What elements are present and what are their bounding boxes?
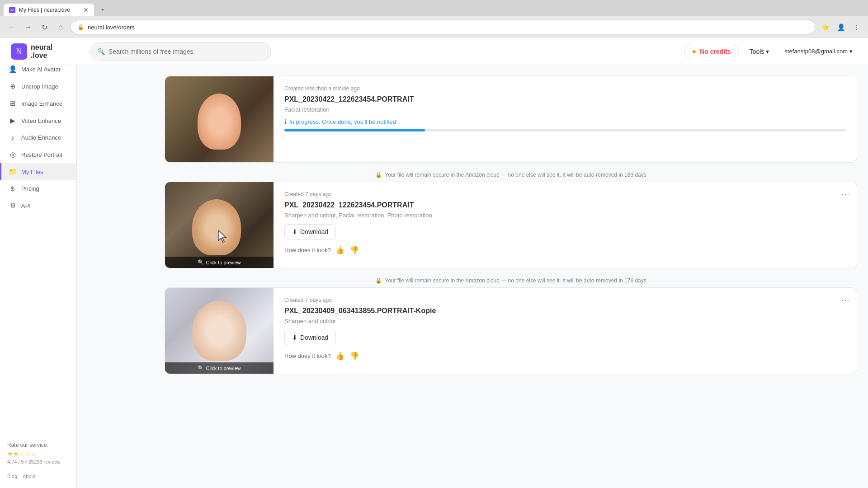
- audio-enhance-icon: ♪: [9, 134, 17, 141]
- restore-portrait-icon: ◎: [9, 150, 17, 159]
- user-menu-chevron-icon: ▾: [849, 48, 853, 55]
- sidebar-item-video-enhance[interactable]: ▶ Video Enhance: [0, 112, 76, 129]
- sidebar-item-label: Video Enhance: [21, 117, 61, 124]
- thumbs-up-btn-2[interactable]: 👍: [335, 245, 345, 255]
- image-enhance-icon: ⊞: [9, 99, 17, 108]
- file-header-2: Created 7 days ago: [284, 191, 846, 197]
- file-name-1: PXL_20230422_122623454.PORTRAIT: [284, 95, 846, 103]
- info-icon: ℹ: [284, 118, 287, 125]
- more-options-btn-3[interactable]: ⋯: [841, 295, 849, 305]
- progress-bar-bg: [284, 129, 846, 131]
- file-image-2[interactable]: 🔍 Click to preview: [165, 182, 274, 268]
- api-icon: ⚙: [9, 202, 17, 210]
- lock-security-icon-2: 🔒: [375, 277, 382, 284]
- download-btn-3[interactable]: ⬇ Download: [284, 330, 336, 345]
- download-btn-2[interactable]: ⬇ Download: [284, 224, 336, 239]
- logo-text: neural .love: [31, 43, 52, 59]
- star-rating[interactable]: ★★☆☆☆: [7, 450, 69, 457]
- file-image-1[interactable]: [165, 76, 274, 162]
- pricing-icon: $: [9, 185, 17, 192]
- sidebar-item-label: Audio Enhance: [21, 134, 61, 141]
- thumbs-up-btn-3[interactable]: 👍: [335, 351, 345, 361]
- lock-icon: 🔒: [77, 24, 84, 30]
- download-icon-3: ⬇: [292, 334, 297, 341]
- app-container: ✦ AI Art Generator 👤 Make AI Avatar ⊕ Un…: [0, 38, 868, 488]
- home-btn[interactable]: ⌂: [54, 21, 67, 33]
- file-content-3: Created 7 days ago PXL_20230409_06341385…: [274, 288, 857, 374]
- new-tab-btn[interactable]: +: [96, 4, 110, 16]
- user-menu[interactable]: stefanstp08@gmail.com ▾: [780, 45, 857, 58]
- download-label-2: Download: [300, 228, 328, 235]
- file-image-3[interactable]: 🔍 Click to preview: [165, 288, 274, 374]
- search-input[interactable]: [108, 48, 264, 55]
- url-input[interactable]: [88, 24, 809, 31]
- sidebar-item-label: My Files: [21, 169, 43, 175]
- search-preview-icon: 🔍: [198, 259, 204, 265]
- sidebar-item-restore-portrait[interactable]: ◎ Restore Portrait: [0, 146, 76, 163]
- download-icon-2: ⬇: [292, 228, 297, 235]
- extensions-btn[interactable]: ⭐: [819, 21, 832, 33]
- click-preview-text-3: Click to preview: [206, 366, 241, 371]
- more-options-btn-2[interactable]: ⋯: [841, 189, 849, 199]
- security-text-1: Your file will remain secure in the Amaz…: [385, 172, 646, 178]
- file-tags-2: Sharpen and unblur, Facial restoration, …: [284, 212, 846, 219]
- lock-security-icon: 🔒: [375, 172, 382, 178]
- click-preview-text: Click to preview: [206, 260, 241, 265]
- image-preview-1: [165, 76, 274, 162]
- about-link[interactable]: About: [23, 474, 36, 479]
- profile-btn[interactable]: 👤: [835, 21, 847, 33]
- file-header-1: Created less than a minute ago: [284, 85, 846, 92]
- search-bar[interactable]: 🔍: [90, 42, 271, 61]
- file-created-3: Created 7 days ago: [284, 297, 332, 303]
- tools-menu[interactable]: Tools ▾: [744, 45, 775, 58]
- feedback-row-3: How does it look? 👍 👎: [284, 351, 846, 361]
- logo[interactable]: N neural .love: [11, 43, 83, 60]
- sidebar-item-audio-enhance[interactable]: ♪ Audio Enhance: [0, 129, 76, 146]
- file-created-1: Created less than a minute ago: [284, 85, 360, 92]
- browser-chrome: N My Files | neural.love ✕ + ← → ↻ ⌂ 🔒 ⭐…: [0, 0, 868, 38]
- credits-label: No credits: [700, 48, 731, 55]
- progress-bar-fill: [284, 129, 425, 131]
- file-tags-1: Facial restoration: [284, 106, 846, 113]
- blog-link[interactable]: Blog: [7, 474, 17, 479]
- header-actions: ● No credits Tools ▾ stefanstp08@gmail.c…: [684, 44, 857, 59]
- sidebar-item-label: Make AI Avatar: [21, 66, 61, 73]
- file-item-2: 🔍 Click to preview Created 7 days ago PX…: [165, 182, 857, 268]
- sidebar-item-label: Pricing: [21, 185, 39, 192]
- tab-close-btn[interactable]: ✕: [83, 6, 89, 14]
- browser-tabs: N My Files | neural.love ✕ +: [0, 0, 868, 16]
- sidebar-item-label: Uncrop Image: [21, 83, 58, 90]
- in-progress-text: ℹ In progress. Once done, you'll be noti…: [284, 118, 846, 125]
- file-content-1: Created less than a minute ago PXL_20230…: [274, 76, 857, 162]
- address-bar[interactable]: 🔒: [71, 20, 816, 34]
- main-content: Created less than a minute ago PXL_20230…: [154, 65, 868, 488]
- file-item: Created less than a minute ago PXL_20230…: [165, 76, 857, 163]
- click-preview-overlay: 🔍 Click to preview: [165, 257, 274, 268]
- security-note-2: 🔒 Your file will remain secure in the Am…: [165, 274, 857, 287]
- thumbs-down-btn-2[interactable]: 👎: [349, 245, 360, 255]
- tab-favicon: N: [9, 7, 15, 13]
- sidebar-item-image-enhance[interactable]: ⊞ Image Enhance: [0, 95, 76, 112]
- reload-btn[interactable]: ↻: [38, 21, 51, 33]
- sidebar-item-my-files[interactable]: 📁 My Files: [0, 163, 76, 180]
- settings-btn[interactable]: ⋮: [850, 21, 863, 33]
- rate-service-label: Rate our service:: [7, 442, 69, 448]
- search-preview-icon-3: 🔍: [198, 365, 204, 371]
- sidebar-item-api[interactable]: ⚙ API: [0, 197, 76, 214]
- thumbs-down-btn-3[interactable]: 👎: [349, 351, 360, 361]
- file-created-2: Created 7 days ago: [284, 191, 332, 197]
- tab-label: My Files | neural.love: [19, 7, 70, 13]
- back-btn[interactable]: ←: [5, 21, 18, 33]
- feedback-row-2: How does it look? 👍 👎: [284, 245, 846, 255]
- forward-btn[interactable]: →: [22, 21, 34, 33]
- credits-button[interactable]: ● No credits: [684, 44, 739, 59]
- sidebar-item-uncrop[interactable]: ⊕ Uncrop Image: [0, 78, 76, 95]
- logo-icon: N: [11, 43, 27, 60]
- user-email: stefanstp08@gmail.com: [784, 48, 848, 55]
- active-tab[interactable]: N My Files | neural.love ✕: [4, 4, 94, 16]
- sidebar-item-pricing[interactable]: $ Pricing: [0, 180, 76, 197]
- file-header-3: Created 7 days ago: [284, 297, 846, 303]
- my-files-icon: 📁: [9, 168, 17, 176]
- coin-icon: ●: [692, 47, 697, 56]
- file-tags-3: Sharpen and unblur: [284, 318, 846, 324]
